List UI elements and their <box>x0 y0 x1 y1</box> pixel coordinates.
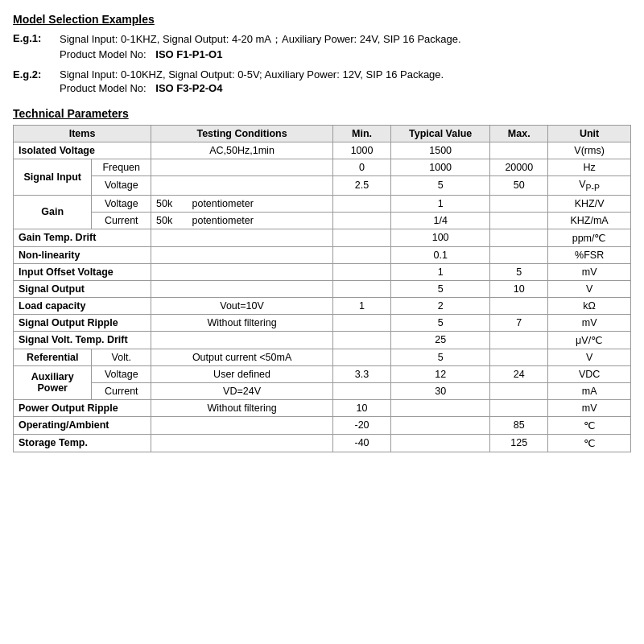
unit-gain-voltage: KHZ/V <box>548 195 631 212</box>
cond-storage-temp <box>151 434 333 452</box>
example-1-model-label: Product Model No: <box>60 48 147 60</box>
max-load-capacity <box>490 297 548 314</box>
technical-parameters-section: Technical Parameters Items Testing Condi… <box>13 107 631 452</box>
example-2-model-value: ISO F3-P2-O4 <box>155 82 222 94</box>
example-1-model-value: ISO F1-P1-O1 <box>155 48 222 60</box>
min-signal-output <box>333 280 391 297</box>
max-operating-ambient: 85 <box>490 416 548 434</box>
cond-gain-temp-drift <box>151 229 333 246</box>
max-signal-voltage: 50 <box>490 176 548 196</box>
table-row: Signal Volt. Temp. Drift 25 μV/℃ <box>14 331 631 349</box>
cond-power-output-ripple: Without filtering <box>151 399 333 416</box>
min-storage-temp: -40 <box>333 434 391 452</box>
unit-signal-volt-temp-drift: μV/℃ <box>548 331 631 349</box>
cond-isolated-voltage: AC,50Hz,1min <box>151 142 333 159</box>
table-row: Signal Input Frequen 0 1000 20000 Hz <box>14 159 631 176</box>
example-2-description: Signal Input: 0-10KHZ, Signal Output: 0-… <box>60 68 631 80</box>
max-frequen: 20000 <box>490 159 548 176</box>
table-row: AuxiliaryPower Voltage User defined 3.3 … <box>14 365 631 382</box>
typical-signal-voltage: 5 <box>391 176 490 196</box>
unit-non-linearity: %FSR <box>548 246 631 263</box>
item-gain: Gain <box>14 195 92 229</box>
max-signal-volt-temp-drift <box>490 331 548 349</box>
unit-aux-voltage: VDC <box>548 365 631 382</box>
technical-parameters-title: Technical Parameters <box>13 107 631 120</box>
table-row: Non-linearity 0.1 %FSR <box>14 246 631 263</box>
min-aux-voltage: 3.3 <box>333 365 391 382</box>
item-signal-output-ripple: Signal Output Ripple <box>14 314 151 331</box>
sub-aux-voltage: Voltage <box>92 365 151 382</box>
cond-signal-output <box>151 280 333 297</box>
item-referential: Referential <box>14 349 92 365</box>
typical-signal-volt-temp-drift: 25 <box>391 331 490 349</box>
unit-load-capacity: kΩ <box>548 297 631 314</box>
example-1-label: E.g.1: <box>13 32 53 47</box>
table-row: Current 50k potentiometer 1/4 KHZ/mA <box>14 212 631 229</box>
unit-signal-output-ripple: mV <box>548 314 631 331</box>
cond-signal-output-ripple: Without filtering <box>151 314 333 331</box>
header-min: Min. <box>333 126 391 142</box>
typical-signal-output: 5 <box>391 280 490 297</box>
header-typical: Typical Value <box>391 126 490 142</box>
typical-operating-ambient <box>391 416 490 434</box>
sub-signal-voltage: Voltage <box>92 176 151 196</box>
min-power-output-ripple: 10 <box>333 399 391 416</box>
unit-signal-output: V <box>548 280 631 297</box>
min-aux-current <box>333 382 391 399</box>
item-signal-input: Signal Input <box>14 159 92 196</box>
item-operating-ambient: Operating/Ambient <box>14 416 151 434</box>
unit-referential: V <box>548 349 631 365</box>
table-row: Signal Output Ripple Without filtering 5… <box>14 314 631 331</box>
example-2: E.g.2: Signal Input: 0-10KHZ, Signal Out… <box>13 68 631 94</box>
max-storage-temp: 125 <box>490 434 548 452</box>
min-operating-ambient: -20 <box>333 416 391 434</box>
typical-load-capacity: 2 <box>391 297 490 314</box>
max-signal-output: 10 <box>490 280 548 297</box>
typical-input-offset-voltage: 1 <box>391 263 490 280</box>
unit-power-output-ripple: mV <box>548 399 631 416</box>
sub-frequen: Frequen <box>92 159 151 176</box>
min-non-linearity <box>333 246 391 263</box>
table-row: Isolated Voltage AC,50Hz,1min 1000 1500 … <box>14 142 631 159</box>
max-non-linearity <box>490 246 548 263</box>
cond-aux-voltage: User defined <box>151 365 333 382</box>
max-referential <box>490 349 548 365</box>
typical-isolated-voltage: 1500 <box>391 142 490 159</box>
unit-aux-current: mA <box>548 382 631 399</box>
typical-aux-voltage: 12 <box>391 365 490 382</box>
max-isolated-voltage <box>490 142 548 159</box>
unit-isolated-voltage: V(rms) <box>548 142 631 159</box>
typical-signal-output-ripple: 5 <box>391 314 490 331</box>
item-gain-temp-drift: Gain Temp. Drift <box>14 229 151 246</box>
max-signal-output-ripple: 7 <box>490 314 548 331</box>
cond-signal-voltage <box>151 176 333 196</box>
typical-gain-voltage: 1 <box>391 195 490 212</box>
min-isolated-voltage: 1000 <box>333 142 391 159</box>
min-signal-output-ripple <box>333 314 391 331</box>
unit-storage-temp: ℃ <box>548 434 631 452</box>
table-row: Input Offset Voltage 1 5 mV <box>14 263 631 280</box>
min-gain-temp-drift <box>333 229 391 246</box>
typical-non-linearity: 0.1 <box>391 246 490 263</box>
min-signal-volt-temp-drift <box>333 331 391 349</box>
min-signal-voltage: 2.5 <box>333 176 391 196</box>
table-row: Voltage 2.5 5 50 VP-P <box>14 176 631 196</box>
item-load-capacity: Load capacity <box>14 297 151 314</box>
min-gain-voltage <box>333 195 391 212</box>
max-gain-current <box>490 212 548 229</box>
max-gain-temp-drift <box>490 229 548 246</box>
header-items: Items <box>14 126 151 142</box>
min-load-capacity: 1 <box>333 297 391 314</box>
example-2-label: E.g.2: <box>13 68 53 80</box>
min-input-offset-voltage <box>333 263 391 280</box>
header-unit: Unit <box>548 126 631 142</box>
table-row: Operating/Ambient -20 85 ℃ <box>14 416 631 434</box>
unit-input-offset-voltage: mV <box>548 263 631 280</box>
example-1-description: Signal Input: 0-1KHZ, Signal Output: 4-2… <box>60 32 631 47</box>
cond-operating-ambient <box>151 416 333 434</box>
table-row: Gain Voltage 50k potentiometer 1 KHZ/V <box>14 195 631 212</box>
unit-operating-ambient: ℃ <box>548 416 631 434</box>
unit-gain-current: KHZ/mA <box>548 212 631 229</box>
item-storage-temp: Storage Temp. <box>14 434 151 452</box>
table-row: Load capacity Vout=10V 1 2 kΩ <box>14 297 631 314</box>
